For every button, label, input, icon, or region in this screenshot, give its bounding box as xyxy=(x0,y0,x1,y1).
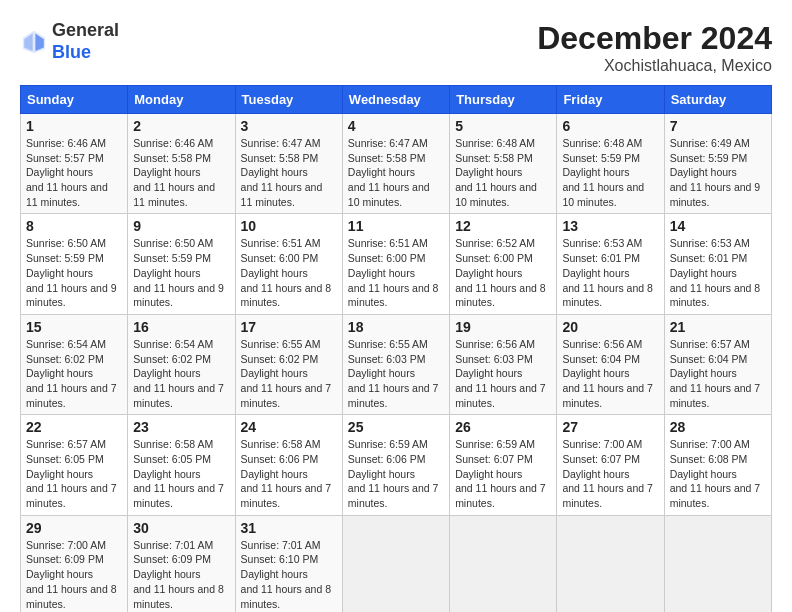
calendar-header-friday: Friday xyxy=(557,86,664,114)
day-number: 1 xyxy=(26,118,122,134)
day-number: 17 xyxy=(241,319,337,335)
calendar-title: December 2024 xyxy=(537,20,772,57)
day-number: 19 xyxy=(455,319,551,335)
day-number: 12 xyxy=(455,218,551,234)
calendar-header-thursday: Thursday xyxy=(450,86,557,114)
calendar-week-3: 15 Sunrise: 6:54 AM Sunset: 6:02 PM Dayl… xyxy=(21,314,772,414)
day-detail: Sunrise: 6:47 AM Sunset: 5:58 PM Dayligh… xyxy=(241,136,337,209)
calendar-day-5: 5 Sunrise: 6:48 AM Sunset: 5:58 PM Dayli… xyxy=(450,114,557,214)
calendar-day-13: 13 Sunrise: 6:53 AM Sunset: 6:01 PM Dayl… xyxy=(557,214,664,314)
day-number: 5 xyxy=(455,118,551,134)
calendar-day-23: 23 Sunrise: 6:58 AM Sunset: 6:05 PM Dayl… xyxy=(128,415,235,515)
calendar-day-2: 2 Sunrise: 6:46 AM Sunset: 5:58 PM Dayli… xyxy=(128,114,235,214)
page-header: General Blue December 2024 Xochistlahuac… xyxy=(20,20,772,75)
day-number: 13 xyxy=(562,218,658,234)
day-number: 9 xyxy=(133,218,229,234)
calendar-header-row: SundayMondayTuesdayWednesdayThursdayFrid… xyxy=(21,86,772,114)
calendar-day-11: 11 Sunrise: 6:51 AM Sunset: 6:00 PM Dayl… xyxy=(342,214,449,314)
calendar-day-28: 28 Sunrise: 7:00 AM Sunset: 6:08 PM Dayl… xyxy=(664,415,771,515)
calendar-day-19: 19 Sunrise: 6:56 AM Sunset: 6:03 PM Dayl… xyxy=(450,314,557,414)
day-number: 20 xyxy=(562,319,658,335)
calendar-week-5: 29 Sunrise: 7:00 AM Sunset: 6:09 PM Dayl… xyxy=(21,515,772,612)
calendar-day-22: 22 Sunrise: 6:57 AM Sunset: 6:05 PM Dayl… xyxy=(21,415,128,515)
day-detail: Sunrise: 7:00 AM Sunset: 6:09 PM Dayligh… xyxy=(26,538,122,611)
day-detail: Sunrise: 6:55 AM Sunset: 6:03 PM Dayligh… xyxy=(348,337,444,410)
calendar-day-31: 31 Sunrise: 7:01 AM Sunset: 6:10 PM Dayl… xyxy=(235,515,342,612)
calendar-week-1: 1 Sunrise: 6:46 AM Sunset: 5:57 PM Dayli… xyxy=(21,114,772,214)
day-number: 31 xyxy=(241,520,337,536)
day-detail: Sunrise: 6:53 AM Sunset: 6:01 PM Dayligh… xyxy=(670,236,766,309)
calendar-day-24: 24 Sunrise: 6:58 AM Sunset: 6:06 PM Dayl… xyxy=(235,415,342,515)
calendar-header-monday: Monday xyxy=(128,86,235,114)
calendar-day-25: 25 Sunrise: 6:59 AM Sunset: 6:06 PM Dayl… xyxy=(342,415,449,515)
day-detail: Sunrise: 6:56 AM Sunset: 6:04 PM Dayligh… xyxy=(562,337,658,410)
day-detail: Sunrise: 7:01 AM Sunset: 6:09 PM Dayligh… xyxy=(133,538,229,611)
calendar-day-27: 27 Sunrise: 7:00 AM Sunset: 6:07 PM Dayl… xyxy=(557,415,664,515)
day-detail: Sunrise: 6:57 AM Sunset: 6:04 PM Dayligh… xyxy=(670,337,766,410)
logo-icon xyxy=(20,28,48,56)
day-number: 25 xyxy=(348,419,444,435)
day-number: 11 xyxy=(348,218,444,234)
calendar-day-9: 9 Sunrise: 6:50 AM Sunset: 5:59 PM Dayli… xyxy=(128,214,235,314)
day-detail: Sunrise: 6:46 AM Sunset: 5:58 PM Dayligh… xyxy=(133,136,229,209)
calendar-day-18: 18 Sunrise: 6:55 AM Sunset: 6:03 PM Dayl… xyxy=(342,314,449,414)
calendar-day-7: 7 Sunrise: 6:49 AM Sunset: 5:59 PM Dayli… xyxy=(664,114,771,214)
day-detail: Sunrise: 6:53 AM Sunset: 6:01 PM Dayligh… xyxy=(562,236,658,309)
day-detail: Sunrise: 6:48 AM Sunset: 5:58 PM Dayligh… xyxy=(455,136,551,209)
calendar-day-8: 8 Sunrise: 6:50 AM Sunset: 5:59 PM Dayli… xyxy=(21,214,128,314)
day-detail: Sunrise: 6:56 AM Sunset: 6:03 PM Dayligh… xyxy=(455,337,551,410)
day-number: 24 xyxy=(241,419,337,435)
day-detail: Sunrise: 6:51 AM Sunset: 6:00 PM Dayligh… xyxy=(348,236,444,309)
calendar-day-12: 12 Sunrise: 6:52 AM Sunset: 6:00 PM Dayl… xyxy=(450,214,557,314)
day-number: 7 xyxy=(670,118,766,134)
day-number: 3 xyxy=(241,118,337,134)
day-detail: Sunrise: 6:49 AM Sunset: 5:59 PM Dayligh… xyxy=(670,136,766,209)
calendar-day-15: 15 Sunrise: 6:54 AM Sunset: 6:02 PM Dayl… xyxy=(21,314,128,414)
day-detail: Sunrise: 7:01 AM Sunset: 6:10 PM Dayligh… xyxy=(241,538,337,611)
day-detail: Sunrise: 6:52 AM Sunset: 6:00 PM Dayligh… xyxy=(455,236,551,309)
calendar-day-30: 30 Sunrise: 7:01 AM Sunset: 6:09 PM Dayl… xyxy=(128,515,235,612)
calendar-day-29: 29 Sunrise: 7:00 AM Sunset: 6:09 PM Dayl… xyxy=(21,515,128,612)
calendar-header-sunday: Sunday xyxy=(21,86,128,114)
day-detail: Sunrise: 6:58 AM Sunset: 6:06 PM Dayligh… xyxy=(241,437,337,510)
day-number: 21 xyxy=(670,319,766,335)
day-detail: Sunrise: 6:54 AM Sunset: 6:02 PM Dayligh… xyxy=(26,337,122,410)
day-number: 14 xyxy=(670,218,766,234)
day-number: 6 xyxy=(562,118,658,134)
calendar-empty-cell xyxy=(557,515,664,612)
day-number: 18 xyxy=(348,319,444,335)
calendar-day-1: 1 Sunrise: 6:46 AM Sunset: 5:57 PM Dayli… xyxy=(21,114,128,214)
day-number: 10 xyxy=(241,218,337,234)
day-number: 8 xyxy=(26,218,122,234)
calendar-day-4: 4 Sunrise: 6:47 AM Sunset: 5:58 PM Dayli… xyxy=(342,114,449,214)
calendar-header-wednesday: Wednesday xyxy=(342,86,449,114)
calendar-day-26: 26 Sunrise: 6:59 AM Sunset: 6:07 PM Dayl… xyxy=(450,415,557,515)
day-detail: Sunrise: 6:50 AM Sunset: 5:59 PM Dayligh… xyxy=(133,236,229,309)
calendar-empty-cell xyxy=(342,515,449,612)
calendar-day-3: 3 Sunrise: 6:47 AM Sunset: 5:58 PM Dayli… xyxy=(235,114,342,214)
day-detail: Sunrise: 6:47 AM Sunset: 5:58 PM Dayligh… xyxy=(348,136,444,209)
day-detail: Sunrise: 6:48 AM Sunset: 5:59 PM Dayligh… xyxy=(562,136,658,209)
day-detail: Sunrise: 7:00 AM Sunset: 6:07 PM Dayligh… xyxy=(562,437,658,510)
calendar-header-saturday: Saturday xyxy=(664,86,771,114)
calendar-week-4: 22 Sunrise: 6:57 AM Sunset: 6:05 PM Dayl… xyxy=(21,415,772,515)
calendar-day-14: 14 Sunrise: 6:53 AM Sunset: 6:01 PM Dayl… xyxy=(664,214,771,314)
day-number: 28 xyxy=(670,419,766,435)
day-number: 30 xyxy=(133,520,229,536)
title-block: December 2024 Xochistlahuaca, Mexico xyxy=(537,20,772,75)
calendar-day-20: 20 Sunrise: 6:56 AM Sunset: 6:04 PM Dayl… xyxy=(557,314,664,414)
day-number: 16 xyxy=(133,319,229,335)
day-detail: Sunrise: 6:46 AM Sunset: 5:57 PM Dayligh… xyxy=(26,136,122,209)
calendar-header-tuesday: Tuesday xyxy=(235,86,342,114)
day-detail: Sunrise: 6:50 AM Sunset: 5:59 PM Dayligh… xyxy=(26,236,122,309)
day-detail: Sunrise: 6:54 AM Sunset: 6:02 PM Dayligh… xyxy=(133,337,229,410)
day-number: 22 xyxy=(26,419,122,435)
calendar-empty-cell xyxy=(664,515,771,612)
calendar-day-6: 6 Sunrise: 6:48 AM Sunset: 5:59 PM Dayli… xyxy=(557,114,664,214)
logo-text: General Blue xyxy=(52,20,119,63)
calendar-day-16: 16 Sunrise: 6:54 AM Sunset: 6:02 PM Dayl… xyxy=(128,314,235,414)
day-number: 15 xyxy=(26,319,122,335)
day-detail: Sunrise: 6:51 AM Sunset: 6:00 PM Dayligh… xyxy=(241,236,337,309)
day-detail: Sunrise: 6:55 AM Sunset: 6:02 PM Dayligh… xyxy=(241,337,337,410)
calendar-day-10: 10 Sunrise: 6:51 AM Sunset: 6:00 PM Dayl… xyxy=(235,214,342,314)
